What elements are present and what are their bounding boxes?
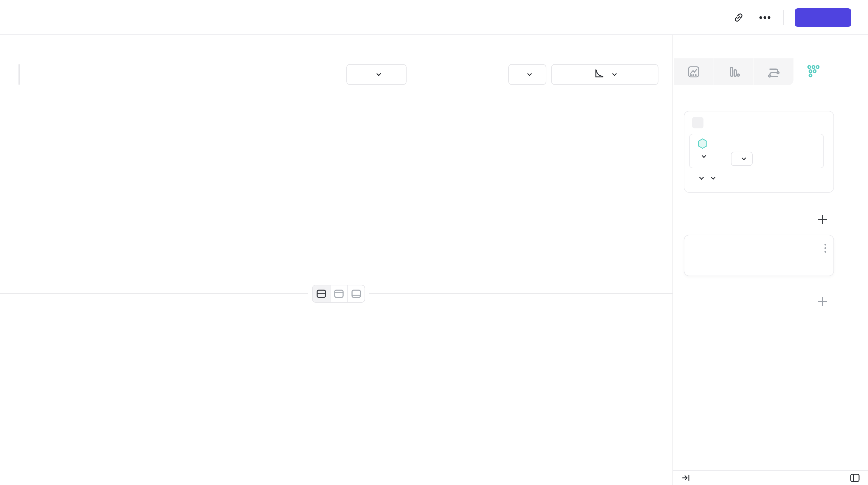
more-menu-icon[interactable] [757, 10, 773, 25]
side-panel-icon[interactable] [847, 470, 863, 485]
granularity-dropdown[interactable] [508, 64, 547, 85]
panel-footer [673, 470, 868, 485]
add-breakdown-button[interactable] [817, 296, 828, 306]
add-filter-button[interactable] [817, 214, 828, 224]
time-range-segmented-control [19, 64, 20, 85]
chart-mode-dropdown[interactable] [551, 64, 658, 85]
view-toggle-table-only[interactable] [347, 285, 365, 302]
chevron-down-icon [742, 156, 746, 160]
chart-type-frequency-icon[interactable] [794, 58, 833, 85]
breakdown-table [0, 310, 673, 485]
aggregation-dropdown[interactable] [696, 177, 703, 179]
panel-tabs [681, 42, 696, 51]
chevron-down-icon [612, 71, 617, 76]
chart-type-line-icon[interactable] [674, 58, 714, 85]
view-toggle-group [312, 285, 365, 303]
legend-swatch [330, 98, 338, 105]
view-toggle-chart-only[interactable] [330, 285, 347, 302]
frequency-curve-icon [594, 68, 604, 81]
save-button[interactable] [795, 8, 851, 27]
chevron-down-icon [527, 71, 532, 76]
series-badge [692, 117, 704, 128]
chevron-down-icon [711, 175, 716, 180]
topbar-divider [783, 10, 784, 25]
query-panel [673, 35, 868, 485]
chart-legend[interactable] [0, 98, 673, 105]
view-toggle-split[interactable] [313, 285, 330, 302]
frequency-curve-chart [0, 106, 673, 280]
top-bar [0, 0, 868, 35]
copy-link-icon[interactable] [731, 10, 746, 25]
measure-value-dropdown[interactable] [731, 152, 753, 166]
chevron-down-icon [699, 175, 704, 180]
event-card[interactable] [689, 134, 824, 168]
filter-kebab-menu-icon[interactable] [825, 244, 826, 246]
chevron-down-icon [376, 71, 381, 76]
compare-dropdown[interactable] [346, 64, 407, 85]
chevron-down-icon [702, 154, 707, 158]
chart-type-flow-icon[interactable] [753, 58, 794, 85]
group-dropdown[interactable] [708, 177, 715, 179]
collapse-panel-icon[interactable] [678, 470, 694, 485]
chart-type-bar-icon[interactable] [714, 58, 753, 85]
event-hexagon-icon [697, 138, 708, 151]
measure-dropdown[interactable] [699, 156, 706, 157]
query-series-card [684, 111, 834, 193]
aggregation-row [691, 177, 715, 179]
chart-type-tabs [674, 58, 868, 85]
filter-card[interactable] [684, 235, 834, 276]
